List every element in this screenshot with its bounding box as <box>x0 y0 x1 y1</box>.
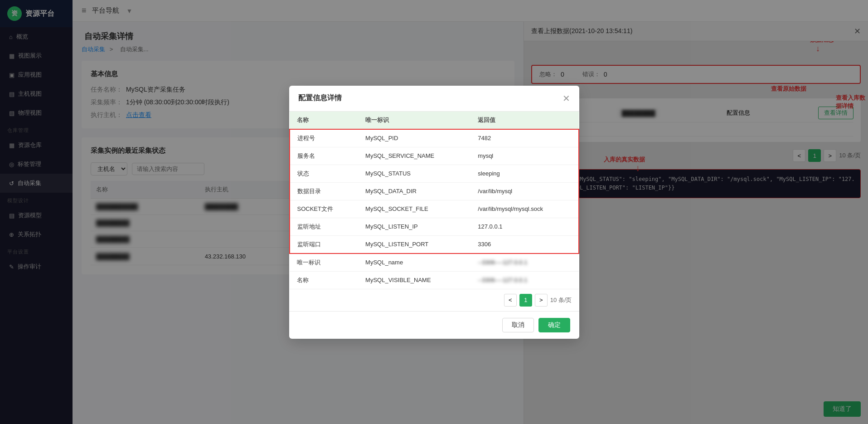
modal-prev-btn[interactable]: < <box>504 294 517 307</box>
cell-name: 状态 <box>290 165 359 182</box>
cell-value: 127.0.0.1 <box>470 218 578 235</box>
cell-name: 监听端口 <box>290 235 359 253</box>
modal-table-row-highlighted: 监听地址 MySQL_LISTEN_IP 127.0.0.1 <box>290 218 579 235</box>
cell-id: MySQL_SERVICE_NAME <box>358 147 470 165</box>
modal-body: 名称 唯一标识 返回值 进程号 MySQL_PID 7482 服务名 MySQL… <box>289 112 579 311</box>
cell-value: /var/lib/mysql/mysql.sock <box>470 200 578 218</box>
modal-overlay: 配置信息详情 ✕ 名称 唯一标识 返回值 进程号 MySQL_PID <box>0 0 868 424</box>
cell-name: 监听地址 <box>290 218 359 235</box>
modal-page-size: 10 条/页 <box>550 296 572 304</box>
cell-name: SOCKET文件 <box>290 200 359 218</box>
cell-id: MySQL_STATUS <box>358 165 470 182</box>
modal-table-row-highlighted: 监听端口 MySQL_LISTEN_PORT 3306 <box>290 235 579 253</box>
modal-table: 名称 唯一标识 返回值 进程号 MySQL_PID 7482 服务名 MySQL… <box>289 112 579 289</box>
cell-name: 服务名 <box>290 147 359 165</box>
modal-table-row-highlighted: 状态 MySQL_STATUS sleeping <box>290 165 579 182</box>
modal-close-button[interactable]: ✕ <box>563 93 570 104</box>
cell-value: /var/lib/mysql <box>470 182 578 200</box>
cell-id: MySQL_LISTEN_IP <box>358 218 470 235</box>
modal-table-header: 名称 唯一标识 返回值 <box>290 112 579 129</box>
cell-name: 名称 <box>290 271 359 289</box>
modal-col-name: 名称 <box>290 112 359 129</box>
modal-table-row-highlighted: 进程号 MySQL_PID 7482 <box>290 129 579 147</box>
cell-value: sleeping <box>470 165 578 182</box>
cell-id: MySQL_PID <box>358 129 470 147</box>
config-info-modal: 配置信息详情 ✕ 名称 唯一标识 返回值 进程号 MySQL_PID <box>289 86 579 339</box>
modal-col-value: 返回值 <box>470 112 578 129</box>
cell-value: 7482 <box>470 129 578 147</box>
cell-name: 唯一标识 <box>290 253 359 272</box>
modal-current-page[interactable]: 1 <box>519 294 532 307</box>
modal-next-btn[interactable]: > <box>535 294 548 307</box>
cell-id: MySQL_LISTEN_PORT <box>358 235 470 253</box>
cell-name: 进程号 <box>290 129 359 147</box>
modal-header: 配置信息详情 ✕ <box>289 86 579 112</box>
cell-id: MySQL_name <box>358 253 470 272</box>
cell-value: --3306----127.0.0.1 <box>470 271 578 289</box>
cancel-button[interactable]: 取消 <box>502 318 534 332</box>
modal-pagination: < 1 > 10 条/页 <box>289 289 579 311</box>
modal-title: 配置信息详情 <box>298 93 342 103</box>
modal-table-row-highlighted: 数据目录 MySQL_DATA_DIR /var/lib/mysql <box>290 182 579 200</box>
cell-value: mysql <box>470 147 578 165</box>
modal-table-row: 唯一标识 MySQL_name --3306----127.0.0.1 <box>290 253 579 272</box>
modal-table-row-highlighted: SOCKET文件 MySQL_SOCKET_FILE /var/lib/mysq… <box>290 200 579 218</box>
modal-table-row: 名称 MySQL_VISIBLE_NAME --3306----127.0.0.… <box>290 271 579 289</box>
modal-table-row-highlighted: 服务名 MySQL_SERVICE_NAME mysql <box>290 147 579 165</box>
cell-name: 数据目录 <box>290 182 359 200</box>
cell-value: 3306 <box>470 235 578 253</box>
cell-id: MySQL_SOCKET_FILE <box>358 200 470 218</box>
modal-col-id: 唯一标识 <box>358 112 470 129</box>
cell-id: MySQL_DATA_DIR <box>358 182 470 200</box>
confirm-button[interactable]: 确定 <box>538 318 570 332</box>
cell-value: --3306----127.0.0.1 <box>470 253 578 272</box>
modal-footer: 取消 确定 <box>289 311 579 339</box>
cell-id: MySQL_VISIBLE_NAME <box>358 271 470 289</box>
